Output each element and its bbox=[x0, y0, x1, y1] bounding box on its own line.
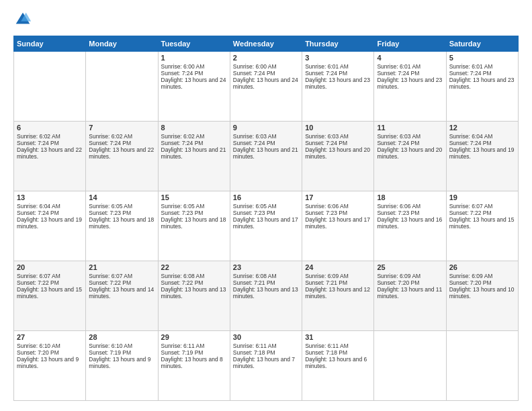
sunset-text: Sunset: 7:22 PM bbox=[89, 279, 131, 286]
calendar-week-row: 27Sunrise: 6:10 AMSunset: 7:20 PMDayligh… bbox=[14, 331, 519, 401]
weekday-header: Thursday bbox=[302, 36, 374, 52]
daylight-text: Daylight: 13 hours and 24 minutes. bbox=[161, 77, 226, 90]
sunrise-text: Sunrise: 6:02 AM bbox=[17, 133, 60, 140]
calendar-cell: 19Sunrise: 6:07 AMSunset: 7:22 PMDayligh… bbox=[446, 191, 518, 261]
day-number: 5 bbox=[449, 54, 515, 62]
day-number: 4 bbox=[377, 54, 443, 62]
calendar-cell: 5Sunrise: 6:01 AMSunset: 7:24 PMDaylight… bbox=[446, 52, 518, 122]
sunrise-text: Sunrise: 6:00 AM bbox=[233, 63, 277, 70]
day-number: 19 bbox=[449, 193, 515, 201]
day-number: 25 bbox=[377, 263, 443, 271]
calendar-cell: 14Sunrise: 6:05 AMSunset: 7:23 PMDayligh… bbox=[86, 191, 158, 261]
day-number: 24 bbox=[305, 263, 371, 271]
sunrise-text: Sunrise: 6:07 AM bbox=[17, 273, 60, 279]
sunset-text: Sunset: 7:20 PM bbox=[17, 349, 59, 356]
header bbox=[13, 10, 519, 29]
weekday-header: Friday bbox=[374, 36, 446, 52]
daylight-text: Daylight: 13 hours and 7 minutes. bbox=[233, 356, 295, 369]
sunset-text: Sunset: 7:24 PM bbox=[305, 70, 347, 77]
sunset-text: Sunset: 7:19 PM bbox=[161, 349, 204, 356]
day-number: 27 bbox=[17, 333, 83, 341]
sunrise-text: Sunrise: 6:05 AM bbox=[89, 203, 132, 210]
calendar-cell: 26Sunrise: 6:09 AMSunset: 7:20 PMDayligh… bbox=[446, 261, 518, 331]
page: SundayMondayTuesdayWednesdayThursdayFrid… bbox=[0, 0, 532, 411]
calendar-cell: 9Sunrise: 6:03 AMSunset: 7:24 PMDaylight… bbox=[230, 122, 302, 191]
daylight-text: Daylight: 13 hours and 22 minutes. bbox=[89, 146, 154, 160]
sunset-text: Sunset: 7:21 PM bbox=[233, 279, 275, 286]
weekday-header: Saturday bbox=[446, 36, 518, 52]
day-number: 11 bbox=[377, 124, 443, 132]
calendar-table: SundayMondayTuesdayWednesdayThursdayFrid… bbox=[13, 36, 519, 401]
sunrise-text: Sunrise: 6:01 AM bbox=[305, 63, 349, 70]
daylight-text: Daylight: 13 hours and 20 minutes. bbox=[377, 146, 442, 160]
daylight-text: Daylight: 13 hours and 14 minutes. bbox=[89, 286, 154, 300]
calendar-cell: 28Sunrise: 6:10 AMSunset: 7:19 PMDayligh… bbox=[86, 331, 158, 401]
sunset-text: Sunset: 7:23 PM bbox=[377, 210, 419, 216]
daylight-text: Daylight: 13 hours and 22 minutes. bbox=[17, 146, 82, 160]
sunset-text: Sunset: 7:20 PM bbox=[377, 279, 419, 286]
daylight-text: Daylight: 13 hours and 13 minutes. bbox=[233, 286, 298, 300]
day-number: 16 bbox=[233, 193, 299, 201]
calendar-cell bbox=[14, 52, 86, 122]
calendar-cell: 10Sunrise: 6:03 AMSunset: 7:24 PMDayligh… bbox=[302, 122, 374, 191]
logo-icon bbox=[13, 10, 32, 29]
calendar-cell bbox=[86, 52, 158, 122]
daylight-text: Daylight: 13 hours and 13 minutes. bbox=[161, 286, 226, 300]
daylight-text: Daylight: 13 hours and 24 minutes. bbox=[233, 77, 298, 90]
sunrise-text: Sunrise: 6:05 AM bbox=[161, 203, 205, 210]
daylight-text: Daylight: 13 hours and 19 minutes. bbox=[17, 216, 82, 230]
daylight-text: Daylight: 13 hours and 18 minutes. bbox=[161, 216, 226, 230]
weekday-header: Monday bbox=[86, 36, 158, 52]
sunset-text: Sunset: 7:24 PM bbox=[377, 140, 419, 146]
daylight-text: Daylight: 13 hours and 8 minutes. bbox=[161, 356, 223, 369]
calendar-week-row: 6Sunrise: 6:02 AMSunset: 7:24 PMDaylight… bbox=[14, 122, 519, 191]
sunrise-text: Sunrise: 6:06 AM bbox=[377, 203, 420, 210]
sunrise-text: Sunrise: 6:02 AM bbox=[161, 133, 205, 140]
day-number: 28 bbox=[89, 333, 154, 341]
sunrise-text: Sunrise: 6:07 AM bbox=[449, 203, 493, 210]
calendar-cell: 20Sunrise: 6:07 AMSunset: 7:22 PMDayligh… bbox=[14, 261, 86, 331]
daylight-text: Daylight: 13 hours and 16 minutes. bbox=[377, 216, 442, 230]
day-number: 1 bbox=[161, 54, 227, 62]
day-number: 20 bbox=[17, 263, 83, 271]
sunset-text: Sunset: 7:22 PM bbox=[449, 210, 492, 216]
sunrise-text: Sunrise: 6:11 AM bbox=[161, 342, 205, 349]
calendar-cell: 22Sunrise: 6:08 AMSunset: 7:22 PMDayligh… bbox=[158, 261, 230, 331]
calendar-cell: 30Sunrise: 6:11 AMSunset: 7:18 PMDayligh… bbox=[230, 331, 302, 401]
sunrise-text: Sunrise: 6:04 AM bbox=[17, 203, 60, 210]
daylight-text: Daylight: 13 hours and 21 minutes. bbox=[233, 146, 298, 160]
calendar-cell: 16Sunrise: 6:05 AMSunset: 7:23 PMDayligh… bbox=[230, 191, 302, 261]
day-number: 15 bbox=[161, 193, 227, 201]
sunset-text: Sunset: 7:23 PM bbox=[233, 210, 275, 216]
calendar-cell: 15Sunrise: 6:05 AMSunset: 7:23 PMDayligh… bbox=[158, 191, 230, 261]
day-number: 30 bbox=[233, 333, 299, 341]
calendar-cell: 2Sunrise: 6:00 AMSunset: 7:24 PMDaylight… bbox=[230, 52, 302, 122]
sunrise-text: Sunrise: 6:11 AM bbox=[305, 342, 349, 349]
sunset-text: Sunset: 7:18 PM bbox=[233, 349, 275, 356]
day-number: 17 bbox=[305, 193, 371, 201]
calendar-cell: 13Sunrise: 6:04 AMSunset: 7:24 PMDayligh… bbox=[14, 191, 86, 261]
daylight-text: Daylight: 13 hours and 12 minutes. bbox=[305, 286, 370, 300]
sunrise-text: Sunrise: 6:06 AM bbox=[305, 203, 349, 210]
daylight-text: Daylight: 13 hours and 11 minutes. bbox=[377, 286, 442, 300]
daylight-text: Daylight: 13 hours and 18 minutes. bbox=[89, 216, 154, 230]
calendar-cell bbox=[374, 331, 446, 401]
daylight-text: Daylight: 13 hours and 17 minutes. bbox=[233, 216, 298, 230]
calendar-week-row: 1Sunrise: 6:00 AMSunset: 7:24 PMDaylight… bbox=[14, 52, 519, 122]
sunrise-text: Sunrise: 6:10 AM bbox=[89, 342, 132, 349]
sunrise-text: Sunrise: 6:03 AM bbox=[305, 133, 349, 140]
calendar-cell: 6Sunrise: 6:02 AMSunset: 7:24 PMDaylight… bbox=[14, 122, 86, 191]
calendar-cell: 17Sunrise: 6:06 AMSunset: 7:23 PMDayligh… bbox=[302, 191, 374, 261]
sunset-text: Sunset: 7:22 PM bbox=[17, 279, 59, 286]
sunset-text: Sunset: 7:20 PM bbox=[449, 279, 492, 286]
day-number: 18 bbox=[377, 193, 443, 201]
sunset-text: Sunset: 7:23 PM bbox=[89, 210, 131, 216]
sunset-text: Sunset: 7:23 PM bbox=[305, 210, 347, 216]
sunrise-text: Sunrise: 6:03 AM bbox=[233, 133, 277, 140]
calendar-cell: 3Sunrise: 6:01 AMSunset: 7:24 PMDaylight… bbox=[302, 52, 374, 122]
sunset-text: Sunset: 7:23 PM bbox=[161, 210, 204, 216]
sunrise-text: Sunrise: 6:03 AM bbox=[377, 133, 420, 140]
sunrise-text: Sunrise: 6:09 AM bbox=[377, 273, 420, 279]
sunset-text: Sunset: 7:24 PM bbox=[161, 70, 204, 77]
sunrise-text: Sunrise: 6:00 AM bbox=[161, 63, 205, 70]
